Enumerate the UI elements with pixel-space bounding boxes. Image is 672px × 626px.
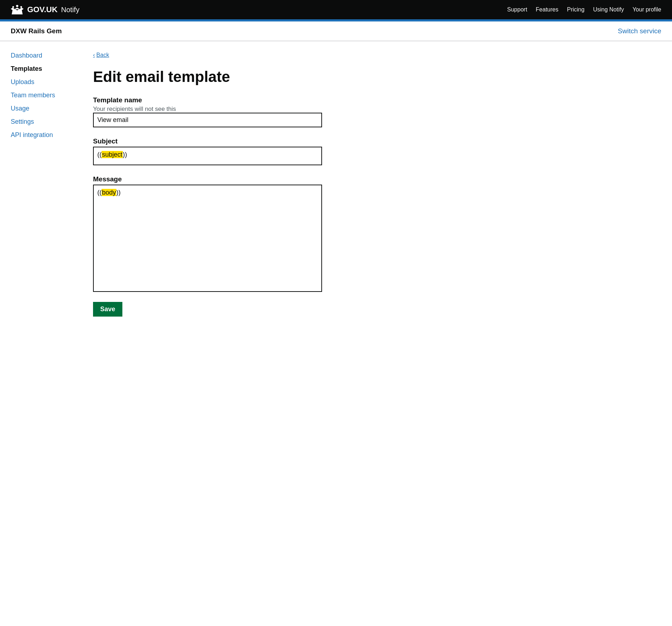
sidebar-item-settings[interactable]: Settings (11, 118, 82, 126)
message-group: Message ((body)) (93, 175, 372, 292)
logo: GOV.UK Notify (11, 4, 79, 15)
message-label: Message (93, 175, 372, 183)
service-name: DXW Rails Gem (11, 27, 62, 35)
template-name-group: Template name Your recipients will not s… (93, 96, 372, 127)
back-link[interactable]: ‹ Back (93, 52, 109, 58)
nav-using-notify[interactable]: Using Notify (593, 6, 624, 13)
template-name-hint: Your recipients will not see this (93, 106, 176, 112)
nav-pricing[interactable]: Pricing (567, 6, 584, 13)
back-label: Back (96, 52, 109, 58)
header: GOV.UK Notify Support Features Pricing U… (0, 0, 672, 19)
message-input[interactable]: ((body)) (93, 185, 322, 292)
nav-support[interactable]: Support (507, 6, 527, 13)
content: ‹ Back Edit email template Template name… (93, 52, 372, 317)
crown-icon (11, 4, 24, 15)
notify-text: Notify (61, 6, 79, 14)
switch-service-link[interactable]: Switch service (618, 27, 661, 35)
back-chevron-icon: ‹ (93, 52, 95, 58)
nav-features[interactable]: Features (536, 6, 558, 13)
main-layout: Dashboard Templates Uploads Team members… (0, 41, 672, 327)
sidebar-item-usage[interactable]: Usage (11, 105, 82, 112)
sidebar: Dashboard Templates Uploads Team members… (11, 52, 82, 317)
subject-group: Subject ((subject)) (93, 137, 372, 165)
subject-input[interactable]: ((subject)) (93, 147, 322, 165)
template-name-input[interactable] (93, 113, 322, 127)
page-title: Edit email template (93, 68, 372, 85)
sidebar-item-dashboard[interactable]: Dashboard (11, 52, 82, 59)
subject-label: Subject (93, 137, 372, 145)
logo-text: GOV.UK (27, 5, 58, 14)
sidebar-item-team-members[interactable]: Team members (11, 92, 82, 99)
sidebar-item-uploads[interactable]: Uploads (11, 78, 82, 86)
template-name-label: Template name (93, 96, 372, 104)
nav-your-profile[interactable]: Your profile (633, 6, 661, 13)
service-bar: DXW Rails Gem Switch service (0, 21, 672, 41)
subject-variable: subject (102, 151, 123, 158)
header-nav: Support Features Pricing Using Notify Yo… (507, 6, 661, 13)
sidebar-item-templates[interactable]: Templates (11, 65, 82, 73)
save-button[interactable]: Save (93, 302, 122, 317)
sidebar-item-api-integration[interactable]: API integration (11, 131, 82, 139)
body-variable: body (102, 189, 116, 196)
